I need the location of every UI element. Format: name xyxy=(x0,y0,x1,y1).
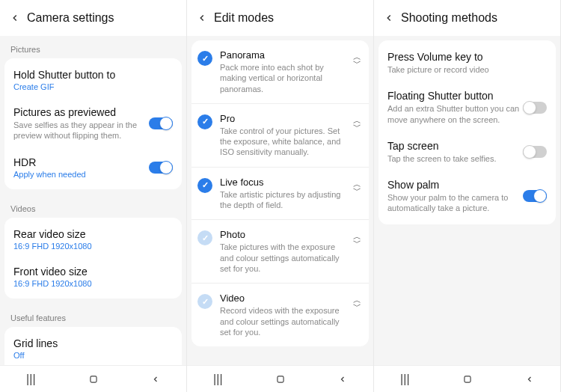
mode-desc: Take control of your pictures. Set the e… xyxy=(220,126,346,158)
item-title: Grid lines xyxy=(13,337,173,349)
panel-edit-modes: Edit modes ✓ Panorama Pack more into eac… xyxy=(187,0,374,392)
reorder-handle[interactable]: ︿﹀ xyxy=(351,233,363,245)
home-icon[interactable] xyxy=(88,374,99,385)
item-value: 16:9 FHD 1920x1080 xyxy=(13,279,173,288)
item-rear-video[interactable]: Rear video size 16:9 FHD 1920x1080 xyxy=(4,221,182,258)
item-value: 16:9 FHD 1920x1080 xyxy=(13,242,173,251)
mode-text: Panorama Pack more into each shot by mak… xyxy=(220,49,351,94)
page-title: Shooting methods xyxy=(401,11,497,25)
item-title: Rear video size xyxy=(13,228,173,240)
recents-icon[interactable]: ||| xyxy=(213,373,222,386)
toggle-pictures-previewed[interactable] xyxy=(149,117,173,129)
item-title: Press Volume key to xyxy=(387,51,547,63)
content-scroll[interactable]: Pictures Hold Shutter button to Create G… xyxy=(0,36,186,392)
item-title: Show palm xyxy=(387,179,547,191)
svg-rect-0 xyxy=(91,376,96,382)
card-pictures: Hold Shutter button to Create GIF Pictur… xyxy=(4,58,182,189)
nav-back-icon[interactable] xyxy=(151,375,160,384)
mode-desc: Take pictures with the exposure and colo… xyxy=(220,242,346,274)
home-icon[interactable] xyxy=(275,374,286,385)
svg-rect-2 xyxy=(465,376,470,382)
item-value: Off xyxy=(13,351,173,360)
reorder-handle[interactable]: ︿﹀ xyxy=(351,54,363,66)
mode-photo[interactable]: ✓ Photo Take pictures with the exposure … xyxy=(191,219,369,283)
reorder-handle[interactable]: ︿﹀ xyxy=(351,181,363,193)
item-title: Floating Shutter button xyxy=(387,90,547,102)
item-pictures-previewed[interactable]: Pictures as previewed Save selfies as th… xyxy=(4,99,182,149)
toggle-show-palm[interactable] xyxy=(523,190,547,202)
mode-desc: Pack more into each shot by making verti… xyxy=(220,62,346,94)
card-videos: Rear video size 16:9 FHD 1920x1080 Front… xyxy=(4,218,182,298)
check-icon: ✓ xyxy=(197,294,212,309)
mode-title: Pro xyxy=(220,113,346,124)
mode-desc: Record videos with the exposure and colo… xyxy=(220,305,346,337)
item-floating-shutter[interactable]: Floating Shutter button Add an extra Shu… xyxy=(378,82,556,132)
nav-bar: ||| xyxy=(374,365,560,392)
check-icon[interactable]: ✓ xyxy=(197,51,212,66)
header: Edit modes xyxy=(187,0,373,36)
back-icon[interactable] xyxy=(380,9,398,27)
item-title: Pictures as previewed xyxy=(13,106,173,118)
mode-title: Video xyxy=(220,293,346,304)
header: Shooting methods xyxy=(374,0,560,36)
check-icon[interactable]: ✓ xyxy=(197,114,212,129)
mode-desc: Take artistic pictures by adjusting the … xyxy=(220,189,346,211)
item-value: Apply when needed xyxy=(13,170,173,179)
page-title: Edit modes xyxy=(214,11,274,25)
item-hold-shutter[interactable]: Hold Shutter button to Create GIF xyxy=(4,61,182,99)
mode-title: Live focus xyxy=(220,177,346,188)
header: Camera settings xyxy=(0,0,186,36)
item-hdr[interactable]: HDR Apply when needed xyxy=(4,149,182,186)
toggle-hdr[interactable] xyxy=(149,162,173,174)
item-show-palm[interactable]: Show palm Show your palm to the camera t… xyxy=(378,171,556,221)
nav-bar: ||| xyxy=(0,365,186,392)
mode-title: Panorama xyxy=(220,49,346,61)
back-icon[interactable] xyxy=(6,9,24,27)
mode-panorama[interactable]: ✓ Panorama Pack more into each shot by m… xyxy=(191,40,369,103)
check-icon: ✓ xyxy=(197,230,212,245)
mode-video[interactable]: ✓ Video Record videos with the exposure … xyxy=(191,283,369,346)
page-title: Camera settings xyxy=(27,11,114,25)
mode-live-focus[interactable]: ✓ Live focus Take artistic pictures by a… xyxy=(191,167,369,220)
item-volume-key[interactable]: Press Volume key to Take picture or reco… xyxy=(378,43,556,82)
nav-back-icon[interactable] xyxy=(525,375,534,384)
item-value: Create GIF xyxy=(13,82,173,91)
section-pictures: Pictures xyxy=(0,36,186,58)
item-tap-screen[interactable]: Tap screen Tap the screen to take selfie… xyxy=(378,132,556,171)
check-icon[interactable]: ✓ xyxy=(197,178,212,193)
item-front-video[interactable]: Front video size 16:9 FHD 1920x1080 xyxy=(4,258,182,295)
nav-bar: ||| xyxy=(187,365,373,392)
reorder-handle[interactable]: ︿﹀ xyxy=(351,117,363,129)
mode-text: Live focus Take artistic pictures by adj… xyxy=(220,177,351,211)
content-scroll[interactable]: Press Volume key to Take picture or reco… xyxy=(374,36,560,392)
panel-camera-settings: Camera settings Pictures Hold Shutter bu… xyxy=(0,0,187,392)
svg-rect-1 xyxy=(278,376,283,382)
mode-pro[interactable]: ✓ Pro Take control of your pictures. Set… xyxy=(191,103,369,167)
section-useful: Useful features xyxy=(0,304,186,327)
section-videos: Videos xyxy=(0,195,186,218)
mode-text: Video Record videos with the exposure an… xyxy=(220,293,351,337)
reorder-handle[interactable]: ︿﹀ xyxy=(351,297,363,309)
nav-back-icon[interactable] xyxy=(338,375,347,384)
mode-title: Photo xyxy=(220,229,346,240)
back-icon[interactable] xyxy=(193,9,211,27)
item-title: Front video size xyxy=(13,266,173,278)
toggle-floating-shutter[interactable] xyxy=(523,102,547,114)
item-desc: Take picture or record video xyxy=(387,64,547,75)
recents-icon[interactable]: ||| xyxy=(26,373,35,386)
item-grid-lines[interactable]: Grid lines Off xyxy=(4,330,182,367)
card-shooting: Press Volume key to Take picture or reco… xyxy=(378,40,556,224)
item-title: Hold Shutter button to xyxy=(13,69,173,81)
mode-text: Photo Take pictures with the exposure an… xyxy=(220,229,351,274)
panel-shooting-methods: Shooting methods Press Volume key to Tak… xyxy=(374,0,561,392)
recents-icon[interactable]: ||| xyxy=(400,373,409,386)
toggle-tap-screen[interactable] xyxy=(523,146,547,158)
home-icon[interactable] xyxy=(462,374,473,385)
mode-text: Pro Take control of your pictures. Set t… xyxy=(220,113,351,158)
content-scroll[interactable]: ✓ Panorama Pack more into each shot by m… xyxy=(187,36,373,392)
mode-list: ✓ Panorama Pack more into each shot by m… xyxy=(191,40,369,346)
